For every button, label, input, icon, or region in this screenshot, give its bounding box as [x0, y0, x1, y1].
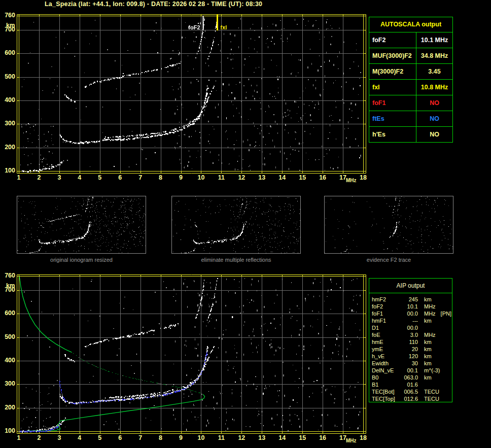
aip-param-unit: TECU	[424, 388, 439, 395]
profile-ionogram-canvas	[17, 274, 367, 434]
aip-param-name: B1	[372, 381, 401, 388]
aip-row-yme: ymE20km	[369, 346, 452, 353]
autoscala-row-fxi: fxI10.8 MHz	[369, 80, 452, 95]
aip-row-delnve: DelN_vE00.1m^(-3)	[369, 367, 452, 374]
x-tick-label: 7	[135, 434, 146, 441]
y-tick-label: 500	[1, 333, 15, 340]
x-tick-label: 15	[297, 174, 308, 181]
aip-param-name: Ewidth	[372, 360, 401, 367]
aip-param-value: 006.5	[401, 388, 418, 395]
autoscala-param-label: M(3000)F2	[369, 64, 416, 79]
x-tick-label: 11	[216, 174, 227, 181]
aip-param-name: TEC[Bot]	[372, 388, 401, 395]
aip-param-unit: MHz	[424, 310, 436, 317]
aip-param-name: B0	[372, 374, 401, 381]
autoscala-param-value: NO	[416, 111, 452, 126]
y-tick-label: 100	[1, 167, 15, 174]
x-tick-label: 16	[317, 434, 328, 441]
x-tick-label: 3	[54, 174, 65, 181]
aip-row-tecbot: TEC[Bot]006.5TECU	[369, 388, 452, 395]
aip-row-b0: B0063.0km	[369, 374, 452, 381]
x-tick-label: 16	[317, 174, 328, 181]
aip-param-unit: km	[424, 296, 432, 303]
aip-param-value: ---	[401, 317, 418, 324]
aip-row-ewidth: Ewidth30km	[369, 360, 452, 367]
autoscala-row-fof2: foF210.1 MHz	[369, 32, 452, 48]
aip-param-unit: km	[424, 360, 432, 367]
autoscala-param-label: foF1	[369, 95, 416, 111]
x-tick-label: 14	[276, 434, 288, 441]
aip-param-value: 30	[401, 360, 418, 367]
aip-param-value: 10.1	[401, 303, 418, 310]
autoscala-param-value: NO	[416, 95, 452, 111]
aip-param-unit: m^(-3)	[424, 367, 440, 374]
x-tick-label: 14	[276, 174, 288, 181]
aip-row-hmf1: hmF1---km	[369, 317, 452, 324]
y-tick-label: 400	[1, 96, 15, 104]
autoscala-param-value: NO	[416, 127, 452, 142]
x-tick-label: 12	[236, 434, 247, 441]
aip-param-unit: km	[424, 353, 432, 360]
x-tick-label: 10	[195, 434, 206, 441]
x-tick-label: 2	[33, 434, 45, 441]
aip-row-hve: h_vE120km	[369, 353, 452, 360]
autoscala-row-muf3000f2: MUF(3000)F234.8 MHz	[369, 48, 452, 64]
x-tick-label: 18	[358, 434, 369, 441]
aip-param-value: 012.6	[401, 395, 418, 402]
x-tick-label: 3	[54, 434, 65, 441]
aip-param-name: hmE	[372, 338, 401, 346]
autoscala-param-label: fxI	[369, 80, 416, 95]
aip-param-unit: TECU	[424, 395, 439, 402]
x-tick-label: 4	[74, 434, 85, 441]
autoscala-param-value: 10.1 MHz	[416, 32, 452, 48]
aip-param-value: 00.0	[401, 310, 418, 317]
y-tick-label: 200	[1, 144, 15, 151]
y-tick-label: 400	[1, 357, 15, 364]
autoscala-table-body: foF210.1 MHzMUF(3000)F234.8 MHzM(3000)F2…	[369, 32, 452, 142]
aip-param-unit: MHz	[424, 303, 436, 310]
aip-param-value: 00.1	[401, 367, 418, 374]
page-title: La_Spezia (lat: +44.1, lon: 009.8) - DAT…	[45, 1, 262, 8]
aip-row-b1: B101.6	[369, 381, 452, 388]
thumbnail-no-multiples-canvas	[172, 196, 300, 253]
x-tick-label: 12	[236, 174, 247, 181]
y-tick-label: 100	[1, 427, 15, 434]
aip-output-table: AIP output hmF2245kmfoF210.1MHzfoF100.0M…	[369, 278, 452, 402]
aip-param-name: h_vE	[372, 353, 401, 360]
aip-param-unit: km	[424, 317, 432, 324]
y-tick-label: 600	[1, 49, 15, 56]
thumbnail-caption-no-multiples: eliminate multiple reflections	[171, 257, 301, 263]
aip-row-fof2: foF210.1MHz	[369, 303, 452, 310]
autoscala-table-header: AUTOSCALA output	[369, 17, 452, 32]
aip-param-name: foF2	[372, 303, 401, 310]
aip-param-flag: [PN]	[441, 310, 451, 317]
x-tick-label: 13	[256, 434, 267, 441]
aip-param-value: 110	[401, 338, 418, 346]
y-tick-label: 500	[1, 73, 15, 80]
aip-param-value: 063.0	[401, 374, 418, 381]
aip-param-unit: km	[424, 338, 432, 346]
aip-row-hme: hmE110km	[369, 338, 452, 346]
autoscala-row-m3000f2: M(3000)F23.45	[369, 64, 452, 80]
aip-param-name: TEC[Top]	[372, 395, 401, 402]
x-axis-unit: MHz	[346, 438, 357, 443]
aip-param-value: 20	[401, 346, 418, 353]
aip-param-name: ymE	[372, 346, 401, 353]
aip-param-unit: km	[424, 346, 432, 353]
x-tick-label: 18	[358, 174, 369, 181]
autoscala-row-ftes: ftEsNO	[369, 111, 452, 127]
y-tick-label: 300	[1, 120, 15, 127]
aip-param-name: hmF2	[372, 296, 401, 303]
x-tick-label: 5	[94, 434, 106, 441]
x-tick-label: 1	[13, 174, 24, 181]
x-tick-label: 8	[155, 174, 166, 181]
x-tick-label: 7	[135, 174, 146, 181]
x-tick-label: 5	[94, 174, 106, 181]
aip-row-foe: foE3.0MHz	[369, 331, 452, 338]
y-tick-label: 760	[1, 12, 15, 19]
autoscala-param-value: 10.8 MHz	[416, 80, 452, 95]
y-axis-unit: km	[6, 282, 15, 289]
aip-param-value: 3.0	[401, 331, 418, 338]
autoscala-param-label: h'Es	[369, 127, 416, 142]
y-tick-label: 600	[1, 309, 15, 317]
